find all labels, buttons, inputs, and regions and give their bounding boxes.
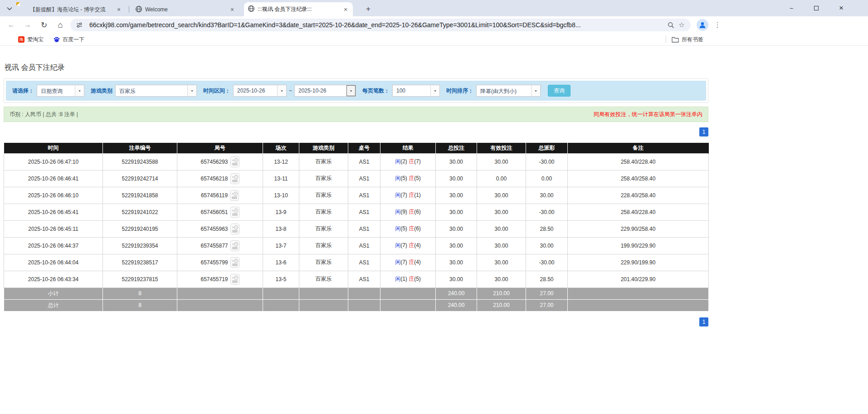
tab-welcome[interactable]: Welcome × bbox=[132, 3, 239, 16]
globe-icon bbox=[248, 5, 255, 12]
globe-favicon-slot bbox=[135, 5, 142, 14]
window-maximize-button[interactable] bbox=[809, 3, 823, 14]
cell-round: 657455719 bbox=[177, 271, 263, 287]
cell-total-bet[interactable]: 30.00 bbox=[436, 237, 477, 254]
summary-cell: 240.00 bbox=[436, 287, 477, 299]
table-row: 2025-10-26 06:46:10522919241858657456119… bbox=[4, 187, 709, 204]
date-start-value: 2025-10-26 bbox=[234, 85, 277, 96]
new-tab-button[interactable]: + bbox=[363, 4, 374, 15]
cell-session: 13-10 bbox=[263, 187, 299, 204]
cell-total-bet[interactable]: 30.00 bbox=[436, 187, 477, 204]
tab-bet-records-active[interactable]: :::视讯 会员下注纪录::: × bbox=[244, 2, 353, 16]
cell-valid-bet: 30.00 bbox=[477, 271, 526, 287]
close-tab-icon[interactable]: × bbox=[229, 6, 236, 13]
close-tab-icon[interactable]: × bbox=[342, 6, 349, 13]
tab-search-chevron-icon[interactable] bbox=[5, 4, 15, 14]
date-range-label: 时间区间： bbox=[203, 87, 230, 95]
summary-row: 小计8240.00210.0027.00 bbox=[4, 287, 709, 299]
bookmarks-bar: 淘 爱淘宝 百度一下 所有书签 bbox=[0, 34, 868, 46]
date-end-select[interactable]: 2025-10-26 ▾ bbox=[294, 85, 356, 97]
table-header-row: 时间注单编号局号场次游戏类别桌号结果总投注有效投注总派彩备注 bbox=[4, 143, 709, 153]
page-1-button[interactable]: 1 bbox=[699, 317, 708, 326]
tab-strip: 【新提醒】海燕论坛 - 博学交流 × Welcome × :::视讯 会员下注纪… bbox=[0, 0, 868, 16]
close-tab-icon[interactable]: × bbox=[115, 6, 122, 13]
video-replay-icon[interactable] bbox=[230, 156, 239, 167]
cell-session: 13-9 bbox=[263, 204, 299, 220]
cell-total-bet[interactable]: 30.00 bbox=[436, 170, 477, 187]
date-start-select[interactable]: 2025-10-26 ▾ bbox=[233, 85, 287, 97]
column-header: 时间 bbox=[4, 143, 103, 153]
cell-valid-bet: 30.00 bbox=[477, 204, 526, 220]
cell-round: 657456218 bbox=[177, 170, 263, 187]
chevron-down-icon: ▾ bbox=[277, 85, 286, 96]
maximize-icon bbox=[814, 6, 819, 10]
cell-remark: 258.40/228.40 bbox=[568, 204, 709, 220]
video-replay-icon[interactable] bbox=[230, 257, 239, 268]
menu-dots-icon[interactable]: ⋮ bbox=[713, 19, 722, 30]
bookmark-taobao[interactable]: 淘 爱淘宝 bbox=[18, 36, 44, 44]
all-bookmarks-button[interactable]: 所有书签 bbox=[672, 36, 703, 44]
date-end-value: 2025-10-26 bbox=[295, 85, 346, 96]
cell-bet-id: 522919243588 bbox=[103, 153, 177, 170]
video-replay-icon[interactable] bbox=[230, 173, 239, 184]
cell-table: AS1 bbox=[348, 220, 380, 237]
bookmark-baidu[interactable]: 百度一下 bbox=[54, 36, 84, 44]
window-minimize-button[interactable]: − bbox=[785, 3, 798, 14]
site-settings-icon[interactable] bbox=[74, 19, 85, 30]
cell-game: 百家乐 bbox=[299, 204, 348, 220]
table-row: 2025-10-26 06:44:37522919239354657455877… bbox=[4, 237, 709, 254]
reload-icon[interactable]: ↻ bbox=[38, 19, 50, 30]
home-icon[interactable]: ⌂ bbox=[54, 19, 66, 30]
cell-table: AS1 bbox=[348, 153, 380, 170]
bookmark-star-icon[interactable]: ☆ bbox=[676, 19, 687, 30]
browser-window: 【新提醒】海燕论坛 - 博学交流 × Welcome × :::视讯 会员下注纪… bbox=[0, 0, 868, 414]
player-result: 闲 bbox=[395, 242, 400, 248]
cell-session: 13-5 bbox=[263, 271, 299, 287]
column-header: 总派彩 bbox=[526, 143, 568, 153]
page-1-button[interactable]: 1 bbox=[699, 127, 708, 136]
filter-bar: 请选择： 日期查询 ▾ 游戏类别 百家乐 ▾ 时间区间： 2025-10-26 … bbox=[6, 81, 706, 101]
summary-cell bbox=[263, 299, 299, 311]
video-replay-icon[interactable] bbox=[230, 207, 239, 218]
cell-bet-id: 522919237815 bbox=[103, 271, 177, 287]
globe-favicon-slot bbox=[248, 5, 255, 14]
cell-game: 百家乐 bbox=[299, 170, 348, 187]
player-result: 闲 bbox=[395, 158, 400, 165]
video-replay-icon[interactable] bbox=[230, 240, 239, 251]
banker-result: 庄 bbox=[409, 209, 414, 215]
sort-value: 降幂(由大到小) bbox=[477, 85, 531, 96]
zoom-icon[interactable] bbox=[665, 19, 676, 30]
video-replay-icon[interactable] bbox=[230, 190, 239, 201]
cell-table: AS1 bbox=[348, 204, 380, 220]
cell-total-bet[interactable]: 30.00 bbox=[436, 204, 477, 220]
window-close-button[interactable]: × bbox=[834, 3, 848, 14]
address-bar[interactable]: 66cxkj98.com/game/betrecord_search/kind3… bbox=[70, 19, 691, 31]
sort-select[interactable]: 降幂(由大到小) ▾ bbox=[476, 85, 541, 97]
game-kind-select[interactable]: 百家乐 ▾ bbox=[115, 85, 197, 97]
search-button[interactable]: 查询 bbox=[548, 85, 571, 97]
column-header: 场次 bbox=[263, 143, 299, 153]
tab-haiyan-forum[interactable]: 【新提醒】海燕论坛 - 博学交流 × bbox=[16, 3, 126, 16]
cell-game: 百家乐 bbox=[299, 237, 348, 254]
forward-icon[interactable]: → bbox=[22, 19, 34, 30]
summary-cell: 210.00 bbox=[477, 299, 526, 311]
cell-total-bet[interactable]: 30.00 bbox=[436, 254, 477, 271]
video-replay-icon[interactable] bbox=[230, 224, 239, 234]
cell-total-bet[interactable]: 30.00 bbox=[436, 220, 477, 237]
cell-time: 2025-10-26 06:46:10 bbox=[4, 187, 103, 204]
cell-total-bet[interactable]: 30.00 bbox=[436, 271, 477, 287]
cell-round: 657456119 bbox=[177, 187, 263, 204]
pagination-bottom: 1 bbox=[4, 317, 708, 326]
per-page-value: 100 bbox=[393, 85, 430, 96]
summary-cell bbox=[299, 287, 348, 299]
url-text[interactable]: 66cxkj98.com/game/betrecord_search/kind3… bbox=[89, 21, 665, 29]
profile-avatar[interactable] bbox=[697, 19, 708, 31]
video-replay-icon[interactable] bbox=[230, 274, 239, 285]
back-icon[interactable]: ← bbox=[5, 19, 17, 30]
query-type-select[interactable]: 日期查询 ▾ bbox=[37, 85, 84, 97]
summary-cell bbox=[568, 287, 709, 299]
per-page-select[interactable]: 100 ▾ bbox=[392, 85, 440, 97]
cell-total-bet[interactable]: 30.00 bbox=[436, 153, 477, 170]
cell-game: 百家乐 bbox=[299, 153, 348, 170]
cell-time: 2025-10-26 06:44:04 bbox=[4, 254, 103, 271]
